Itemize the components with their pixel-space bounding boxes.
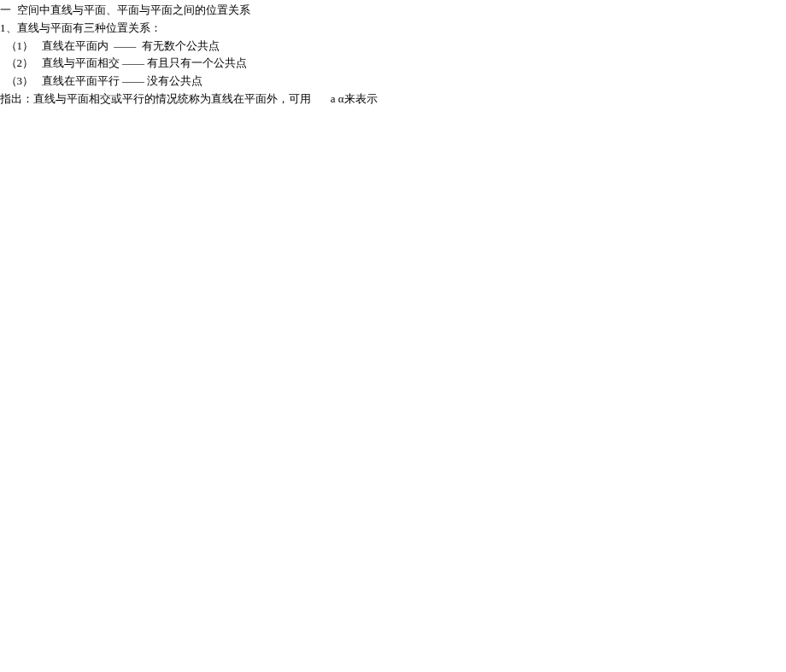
note-text: 指出：直线与平面相交或平行的情况统称为直线在平面外，可用 a α来表示 — [0, 91, 786, 108]
section-heading: 一 空间中直线与平面、平面与平面之间的位置关系 — [0, 2, 786, 20]
subsection-heading: 1、直线与平面有三种位置关系： — [0, 20, 786, 38]
item-text: （3） 直线在平面平行 —— 没有公共点 — [6, 74, 203, 87]
list-item: （3） 直线在平面平行 —— 没有公共点 — [0, 73, 786, 91]
item-text: （2） 直线与平面相交 —— 有且只有一个公共点 — [6, 56, 248, 69]
list-item: （2） 直线与平面相交 —— 有且只有一个公共点 — [0, 55, 786, 73]
list-item: （1） 直线在平面内 —— 有无数个公共点 — [0, 38, 786, 56]
item-text: （1） 直线在平面内 —— 有无数个公共点 — [6, 39, 220, 52]
